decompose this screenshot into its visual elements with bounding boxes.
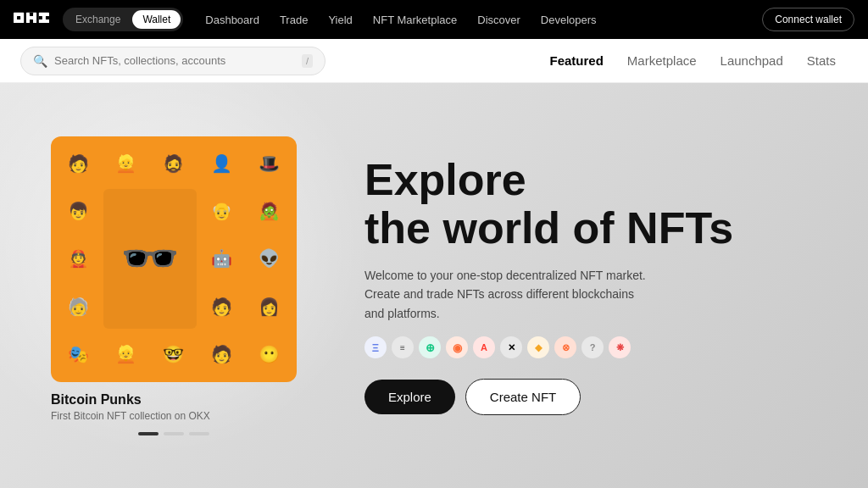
nav-link-dashboard[interactable]: Dashboard <box>197 8 268 31</box>
exchange-button[interactable]: Exchange <box>65 10 131 29</box>
search-slash-hint: / <box>302 54 313 68</box>
nav-links: Dashboard Trade Yield NFT Marketplace Di… <box>197 8 755 31</box>
punk-2: 👱 <box>103 141 148 186</box>
svg-rect-6 <box>39 16 42 19</box>
nft-card: 🧑 👱 🧔 👤 🎩 👦 🕶️ 👴 🧟 👲 🤖 👽 🧓 🧑 👩 <box>51 136 297 435</box>
pagination-dot-2[interactable] <box>164 432 184 435</box>
punk-center: 🕶️ <box>103 189 196 330</box>
okx-logo[interactable] <box>14 8 49 31</box>
search-input[interactable] <box>54 54 295 67</box>
punk-4: 👤 <box>199 141 244 186</box>
nft-title: Bitcoin Punks <box>51 392 297 408</box>
punk-9: 👲 <box>56 236 101 281</box>
main-navbar: Exchange Wallet Dashboard Trade Yield NF… <box>0 0 868 39</box>
punk-3: 🧔 <box>151 141 196 186</box>
punk-14: 👩 <box>247 284 292 329</box>
bnb-icon: ◆ <box>527 336 549 358</box>
nav-link-discover[interactable]: Discover <box>469 8 529 31</box>
optimism-icon: ⊗ <box>554 336 576 358</box>
sub-nav-stats[interactable]: Stats <box>795 48 848 73</box>
cta-buttons: Explore Create NFT <box>364 379 817 415</box>
nav-link-nft-marketplace[interactable]: NFT Marketplace <box>364 8 465 31</box>
hero-heading: Explore the world of NFTs <box>364 156 817 252</box>
sub-navbar: 🔍 / Featured Marketplace Launchpad Stats <box>0 39 868 83</box>
punk-8: 🧟 <box>247 189 292 234</box>
hero-text: Explore the world of NFTs Welcome to you… <box>297 156 817 416</box>
ethereum-icon: Ξ <box>364 336 387 358</box>
green-chain-icon: ⊕ <box>419 336 441 358</box>
nav-link-yield[interactable]: Yield <box>320 8 360 31</box>
nft-image[interactable]: 🧑 👱 🧔 👤 🎩 👦 🕶️ 👴 🧟 👲 🤖 👽 🧓 🧑 👩 <box>51 136 297 382</box>
pagination <box>51 432 297 435</box>
sub-nav-marketplace[interactable]: Marketplace <box>615 48 709 73</box>
pagination-dot-3[interactable] <box>189 432 209 435</box>
hero-description: Welcome to your one-stop decentralized N… <box>364 266 653 323</box>
punk-6: 👦 <box>56 189 101 234</box>
sub-nav-launchpad[interactable]: Launchpad <box>709 48 795 73</box>
nft-subtitle: First Bitcoin NFT collection on OKX <box>51 410 297 422</box>
wallet-button[interactable]: Wallet <box>132 10 181 29</box>
create-nft-button[interactable]: Create NFT <box>465 379 581 415</box>
avalanche2-icon: ❋ <box>609 336 631 358</box>
punk-1: 🧑 <box>56 141 101 186</box>
orange-chain-icon: ◉ <box>446 336 468 358</box>
punk-12: 🧓 <box>56 284 101 329</box>
punk-5: 🎩 <box>247 141 292 186</box>
punk-19: 😶 <box>247 331 292 376</box>
svg-rect-7 <box>46 16 49 19</box>
nav-link-developers[interactable]: Developers <box>532 8 605 31</box>
punk-10: 🤖 <box>199 236 244 281</box>
exchange-wallet-toggle: Exchange Wallet <box>63 8 183 31</box>
connect-wallet-button[interactable]: Connect wallet <box>762 8 854 31</box>
nav-link-trade[interactable]: Trade <box>271 8 316 31</box>
punk-17: 🤓 <box>151 331 196 376</box>
svg-rect-3 <box>30 13 33 16</box>
search-icon: 🔍 <box>33 54 47 68</box>
explore-button[interactable]: Explore <box>364 380 455 414</box>
blockchain-icons: Ξ ≡ ⊕ ◉ A ✕ ◆ ⊗ ? ❋ <box>364 336 817 358</box>
punk-11: 👽 <box>247 236 292 281</box>
punk-13: 🧑 <box>199 284 244 329</box>
punk-15: 🎭 <box>56 331 101 376</box>
list-icon: ≡ <box>392 336 414 358</box>
svg-rect-4 <box>30 19 33 23</box>
punk-7: 👴 <box>199 189 244 234</box>
x-icon: ✕ <box>500 336 522 358</box>
sub-nav-featured[interactable]: Featured <box>538 48 615 73</box>
sub-nav-links: Featured Marketplace Launchpad Stats <box>538 48 849 73</box>
avalanche-icon: A <box>473 336 495 358</box>
more-icon: ? <box>581 336 604 358</box>
main-content: 🧑 👱 🧔 👤 🎩 👦 🕶️ 👴 🧟 👲 🤖 👽 🧓 🧑 👩 <box>0 83 868 488</box>
svg-rect-1 <box>17 16 20 19</box>
punk-16: 👱 <box>103 331 148 376</box>
pagination-dot-1[interactable] <box>138 432 159 435</box>
search-bar[interactable]: 🔍 / <box>20 47 326 75</box>
punk-18: 🧑 <box>199 331 244 376</box>
